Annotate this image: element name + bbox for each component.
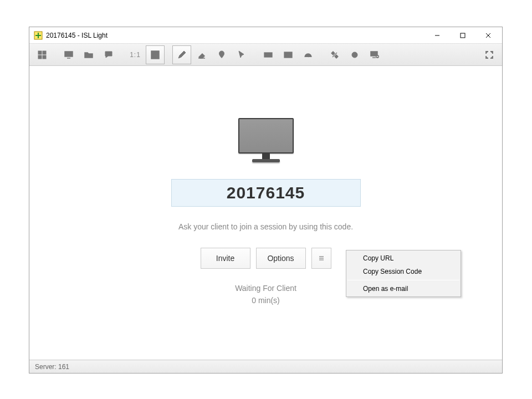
duration-label: 0 min(s) [235, 294, 296, 306]
app-icon [34, 31, 43, 40]
app-window: 20176145 - ISL Light 1:1 [29, 27, 503, 374]
statusbar: Server: 161 [29, 360, 502, 373]
chat-icon[interactable] [99, 45, 118, 64]
svg-rect-17 [264, 53, 272, 57]
content-area: 20176145 Ask your client to join a sessi… [29, 66, 502, 360]
action-buttons: Invite Options [201, 248, 331, 269]
svg-rect-2 [35, 35, 41, 36]
dashboard-icon[interactable] [33, 45, 52, 64]
folder-icon[interactable] [79, 45, 98, 64]
gauge-icon[interactable] [299, 45, 318, 64]
disconnect-screen-icon[interactable] [365, 45, 384, 64]
session-code-box[interactable]: 20176145 [171, 179, 361, 207]
window-title: 20176145 - ISL Light [46, 32, 108, 39]
ctx-copy-session-code[interactable]: Copy Session Code [346, 265, 461, 278]
marker-icon[interactable] [212, 45, 231, 64]
options-button[interactable]: Options [256, 248, 306, 269]
ctx-copy-url[interactable]: Copy URL [346, 252, 461, 265]
pencil-icon[interactable] [172, 45, 191, 64]
status-block: Waiting For Client 0 min(s) [235, 282, 296, 307]
svg-rect-9 [38, 55, 42, 59]
server-label: Server: 161 [35, 363, 69, 371]
svg-rect-4 [461, 33, 465, 38]
instruction-text: Ask your client to join a session by usi… [178, 222, 353, 231]
close-button[interactable] [475, 27, 501, 44]
system-monitor-icon[interactable] [279, 45, 298, 64]
titlebar: 20176145 - ISL Light [29, 27, 502, 44]
context-menu: Copy URL Copy Session Code Open as e-mai… [346, 250, 461, 297]
more-button[interactable] [311, 248, 331, 269]
monitor-illustration [237, 118, 295, 162]
ratio-button[interactable]: 1:1 [126, 45, 145, 64]
eraser-icon[interactable] [192, 45, 211, 64]
tools-icon[interactable] [325, 45, 344, 64]
fit-screen-icon[interactable] [146, 45, 165, 64]
toolbar: 1:1 [29, 44, 502, 66]
session-code: 20176145 [227, 183, 305, 202]
svg-rect-10 [43, 55, 46, 59]
fullscreen-icon[interactable] [480, 45, 499, 64]
monitor-icon[interactable] [59, 45, 78, 64]
pointer-icon[interactable] [232, 45, 251, 64]
svg-point-26 [352, 52, 357, 58]
svg-rect-11 [65, 52, 73, 57]
keyboard-icon[interactable] [259, 45, 278, 64]
waiting-label: Waiting For Client [235, 282, 296, 294]
ctx-open-as-email[interactable]: Open as e-mail [346, 282, 461, 295]
maximize-button[interactable] [450, 27, 475, 44]
svg-rect-8 [43, 51, 46, 54]
svg-rect-7 [38, 51, 42, 54]
record-icon[interactable] [345, 45, 364, 64]
ctx-separator [347, 280, 459, 280]
minimize-button[interactable] [424, 27, 450, 44]
invite-button[interactable]: Invite [201, 248, 250, 269]
